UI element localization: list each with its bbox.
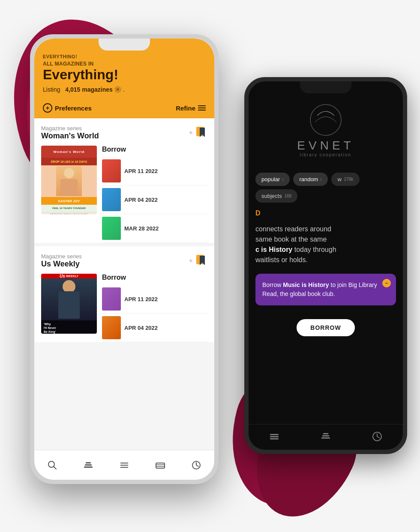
borrow-label-1: Borrow	[102, 146, 207, 153]
evnet-main-text: connects readers around same book at the…	[249, 221, 403, 269]
svg-rect-2	[270, 436, 279, 437]
evnet-tag-popular[interactable]: popular ↕	[255, 173, 290, 186]
svg-point-0	[310, 105, 341, 135]
series-name-1: Woman's World	[41, 132, 99, 140]
evnet-tag-subjects[interactable]: subjects 166	[255, 189, 297, 203]
issue-thumb-1-1	[102, 159, 121, 182]
issue-thumb-2-2	[102, 316, 121, 339]
svg-rect-5	[322, 435, 329, 436]
app-header-tag: EVERYTHING!	[43, 54, 206, 59]
nav-search[interactable]	[47, 460, 58, 471]
issue-thumb-1-3	[102, 217, 121, 240]
womans-world-borrow: Borrow APR 11 2022 APR 04 2022	[102, 146, 207, 243]
evnet-nav-stack[interactable]	[320, 430, 332, 444]
evnet-header: EVNET library cooperation	[249, 81, 403, 166]
womans-world-content: Woman's World DROP 16 LBS in 10 DAYS	[41, 146, 207, 243]
issue-date-1-1: APR 11 2022	[124, 168, 158, 174]
evnet-nav-collections[interactable]	[268, 430, 280, 444]
evnet-borrow-button[interactable]: BORROW	[297, 319, 354, 336]
issue-date-1-2: APR 04 2022	[124, 197, 158, 203]
borrow-item-1-2[interactable]: APR 04 2022	[102, 185, 207, 214]
svg-rect-4	[321, 437, 330, 439]
app-header-listing: Listing 4,015 magazines ✕ .	[43, 86, 206, 93]
issue-date-1-3: MAR 28 2022	[124, 225, 159, 232]
evnet-tag-w[interactable]: w 276k	[331, 173, 359, 186]
evnet-content: EVNET library cooperation popular ↕ rand…	[249, 81, 403, 450]
refine-button[interactable]: Refine	[176, 105, 206, 112]
svg-rect-21	[86, 462, 91, 463]
issue-date-2-2: APR 04 2022	[124, 325, 158, 331]
svg-rect-6	[323, 433, 328, 434]
svg-rect-1	[270, 434, 279, 435]
womans-world-cover: Woman's World DROP 16 LBS in 10 DAYS	[41, 146, 97, 214]
series-name-2: Us Weekly	[41, 260, 82, 269]
borrow-item-1-1[interactable]: APR 11 2022	[102, 157, 207, 185]
svg-line-18	[54, 466, 56, 469]
phone-front-inner: EVERYTHING! ALL MAGAZINES IN Everything!…	[34, 39, 214, 480]
issue-thumb-1-2	[102, 188, 121, 211]
nav-history[interactable]	[191, 460, 202, 471]
phone-back-inner: EVNET library cooperation popular ↕ rand…	[249, 81, 403, 450]
svg-line-30	[196, 465, 198, 466]
evnet-bottom-nav	[249, 424, 403, 450]
preferences-bar: + Preferences Refine	[34, 100, 214, 118]
notch-back	[300, 81, 351, 93]
evnet-tags: popular ↕ random ↕ w 276k subjects 166	[249, 166, 403, 206]
preferences-label: Preferences	[55, 105, 92, 112]
preferences-icon: +	[43, 103, 52, 113]
evnet-nav-clock[interactable]	[371, 430, 383, 444]
svg-rect-25	[156, 463, 165, 468]
evnet-logo-text: EVNET	[297, 139, 354, 152]
phones-scene: EVNET library cooperation popular ↕ rand…	[0, 0, 420, 532]
evnet-promo-card: − Borrow Music is History to join Big Li…	[255, 274, 396, 305]
preferences-button[interactable]: + Preferences	[43, 103, 92, 113]
svg-rect-20	[85, 464, 92, 466]
nav-collections[interactable]	[155, 460, 166, 471]
evnet-tag-random[interactable]: random ↕	[293, 173, 328, 186]
borrow-item-1-3[interactable]: MAR 28 2022	[102, 214, 207, 243]
us-weekly-borrow: Borrow APR 11 2022 APR 04 2022	[102, 274, 207, 342]
series-label-1: Magazine series	[41, 125, 99, 132]
magazine-card-us-weekly: Magazine series Us Weekly +	[34, 246, 214, 342]
svg-rect-19	[84, 466, 93, 468]
us-weekly-content: Us WEEKLY	[41, 274, 207, 342]
evnet-subtitle: library cooperation	[300, 152, 351, 157]
evnet-d-label: D	[249, 206, 403, 221]
nav-menu[interactable]	[119, 460, 130, 471]
evnet-logo	[309, 103, 343, 137]
phone-back: EVNET library cooperation popular ↕ rand…	[244, 77, 407, 454]
us-weekly-cover: Us WEEKLY	[41, 274, 97, 334]
magazine-list: Magazine series Woman's World +	[34, 118, 214, 450]
magazine-card-womans-world: Magazine series Woman's World +	[34, 118, 214, 243]
refine-label: Refine	[176, 105, 195, 112]
borrow-item-2-2[interactable]: APR 04 2022	[102, 314, 207, 342]
issue-thumb-2-1	[102, 287, 121, 311]
bookmark-icon-1[interactable]: +	[189, 125, 207, 140]
bookmark-icon-2[interactable]: +	[189, 253, 207, 269]
borrow-label-2: Borrow	[102, 274, 207, 281]
phone-front: EVERYTHING! ALL MAGAZINES IN Everything!…	[30, 34, 219, 484]
evnet-orange-dot: −	[382, 279, 391, 287]
evnet-promo-text: Borrow Music is History to join Big Libr…	[262, 281, 389, 299]
nav-library[interactable]	[83, 460, 94, 471]
series-label-2: Magazine series	[41, 253, 82, 260]
womans-world-header: Magazine series Woman's World +	[41, 125, 207, 146]
borrow-item-2-1[interactable]: APR 11 2022	[102, 285, 207, 314]
evnet-borrow-btn-wrap: BORROW	[249, 314, 403, 341]
issue-date-2-1: APR 11 2022	[124, 296, 158, 302]
svg-rect-3	[270, 438, 279, 439]
bottom-nav	[34, 450, 214, 480]
phone-front-content: EVERYTHING! ALL MAGAZINES IN Everything!…	[34, 39, 214, 480]
app-header-sublabel: ALL MAGAZINES IN	[43, 61, 206, 67]
svg-line-9	[377, 436, 379, 438]
us-weekly-header: Magazine series Us Weekly +	[41, 253, 207, 274]
app-header-title: Everything!	[43, 67, 206, 83]
notch-front	[99, 39, 150, 51]
